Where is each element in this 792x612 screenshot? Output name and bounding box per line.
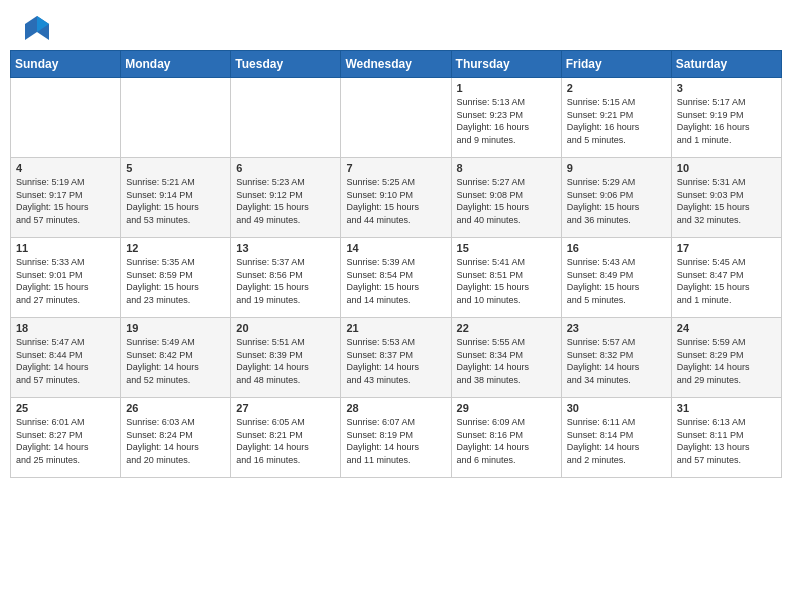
day-number: 20: [236, 322, 335, 334]
day-number: 1: [457, 82, 556, 94]
calendar-cell: [341, 78, 451, 158]
calendar-cell: 10Sunrise: 5:31 AM Sunset: 9:03 PM Dayli…: [671, 158, 781, 238]
weekday-header-wednesday: Wednesday: [341, 51, 451, 78]
day-number: 21: [346, 322, 445, 334]
day-info: Sunrise: 5:15 AM Sunset: 9:21 PM Dayligh…: [567, 96, 666, 146]
calendar-cell: 16Sunrise: 5:43 AM Sunset: 8:49 PM Dayli…: [561, 238, 671, 318]
calendar-cell: 4Sunrise: 5:19 AM Sunset: 9:17 PM Daylig…: [11, 158, 121, 238]
weekday-header-row: SundayMondayTuesdayWednesdayThursdayFrid…: [11, 51, 782, 78]
calendar-cell: 13Sunrise: 5:37 AM Sunset: 8:56 PM Dayli…: [231, 238, 341, 318]
day-info: Sunrise: 6:03 AM Sunset: 8:24 PM Dayligh…: [126, 416, 225, 466]
calendar-cell: 14Sunrise: 5:39 AM Sunset: 8:54 PM Dayli…: [341, 238, 451, 318]
day-number: 6: [236, 162, 335, 174]
weekday-header-thursday: Thursday: [451, 51, 561, 78]
day-number: 7: [346, 162, 445, 174]
day-number: 8: [457, 162, 556, 174]
calendar-cell: 6Sunrise: 5:23 AM Sunset: 9:12 PM Daylig…: [231, 158, 341, 238]
day-info: Sunrise: 5:35 AM Sunset: 8:59 PM Dayligh…: [126, 256, 225, 306]
calendar-cell: 9Sunrise: 5:29 AM Sunset: 9:06 PM Daylig…: [561, 158, 671, 238]
day-number: 4: [16, 162, 115, 174]
calendar-cell: [121, 78, 231, 158]
day-info: Sunrise: 5:23 AM Sunset: 9:12 PM Dayligh…: [236, 176, 335, 226]
calendar-cell: 12Sunrise: 5:35 AM Sunset: 8:59 PM Dayli…: [121, 238, 231, 318]
day-info: Sunrise: 5:57 AM Sunset: 8:32 PM Dayligh…: [567, 336, 666, 386]
calendar-cell: [11, 78, 121, 158]
day-info: Sunrise: 6:05 AM Sunset: 8:21 PM Dayligh…: [236, 416, 335, 466]
calendar-table: SundayMondayTuesdayWednesdayThursdayFrid…: [10, 50, 782, 478]
day-number: 9: [567, 162, 666, 174]
calendar-cell: 23Sunrise: 5:57 AM Sunset: 8:32 PM Dayli…: [561, 318, 671, 398]
calendar-cell: 17Sunrise: 5:45 AM Sunset: 8:47 PM Dayli…: [671, 238, 781, 318]
day-info: Sunrise: 5:47 AM Sunset: 8:44 PM Dayligh…: [16, 336, 115, 386]
day-info: Sunrise: 5:41 AM Sunset: 8:51 PM Dayligh…: [457, 256, 556, 306]
calendar-cell: 1Sunrise: 5:13 AM Sunset: 9:23 PM Daylig…: [451, 78, 561, 158]
calendar-week-row: 1Sunrise: 5:13 AM Sunset: 9:23 PM Daylig…: [11, 78, 782, 158]
day-info: Sunrise: 5:31 AM Sunset: 9:03 PM Dayligh…: [677, 176, 776, 226]
weekday-header-saturday: Saturday: [671, 51, 781, 78]
day-info: Sunrise: 5:43 AM Sunset: 8:49 PM Dayligh…: [567, 256, 666, 306]
weekday-header-monday: Monday: [121, 51, 231, 78]
day-number: 15: [457, 242, 556, 254]
calendar-week-row: 18Sunrise: 5:47 AM Sunset: 8:44 PM Dayli…: [11, 318, 782, 398]
calendar-cell: 15Sunrise: 5:41 AM Sunset: 8:51 PM Dayli…: [451, 238, 561, 318]
day-info: Sunrise: 6:13 AM Sunset: 8:11 PM Dayligh…: [677, 416, 776, 466]
day-number: 12: [126, 242, 225, 254]
day-info: Sunrise: 5:17 AM Sunset: 9:19 PM Dayligh…: [677, 96, 776, 146]
calendar-week-row: 4Sunrise: 5:19 AM Sunset: 9:17 PM Daylig…: [11, 158, 782, 238]
day-number: 5: [126, 162, 225, 174]
day-number: 14: [346, 242, 445, 254]
day-number: 13: [236, 242, 335, 254]
day-info: Sunrise: 5:53 AM Sunset: 8:37 PM Dayligh…: [346, 336, 445, 386]
calendar-cell: 24Sunrise: 5:59 AM Sunset: 8:29 PM Dayli…: [671, 318, 781, 398]
calendar-cell: 22Sunrise: 5:55 AM Sunset: 8:34 PM Dayli…: [451, 318, 561, 398]
calendar-cell: 19Sunrise: 5:49 AM Sunset: 8:42 PM Dayli…: [121, 318, 231, 398]
day-info: Sunrise: 5:37 AM Sunset: 8:56 PM Dayligh…: [236, 256, 335, 306]
logo: [18, 14, 51, 42]
day-info: Sunrise: 6:07 AM Sunset: 8:19 PM Dayligh…: [346, 416, 445, 466]
day-number: 17: [677, 242, 776, 254]
day-info: Sunrise: 5:59 AM Sunset: 8:29 PM Dayligh…: [677, 336, 776, 386]
calendar-cell: 5Sunrise: 5:21 AM Sunset: 9:14 PM Daylig…: [121, 158, 231, 238]
day-info: Sunrise: 5:49 AM Sunset: 8:42 PM Dayligh…: [126, 336, 225, 386]
calendar-cell: 2Sunrise: 5:15 AM Sunset: 9:21 PM Daylig…: [561, 78, 671, 158]
day-info: Sunrise: 5:13 AM Sunset: 9:23 PM Dayligh…: [457, 96, 556, 146]
logo-icon: [23, 14, 51, 42]
day-info: Sunrise: 5:33 AM Sunset: 9:01 PM Dayligh…: [16, 256, 115, 306]
calendar-cell: 11Sunrise: 5:33 AM Sunset: 9:01 PM Dayli…: [11, 238, 121, 318]
day-info: Sunrise: 5:39 AM Sunset: 8:54 PM Dayligh…: [346, 256, 445, 306]
calendar-cell: 30Sunrise: 6:11 AM Sunset: 8:14 PM Dayli…: [561, 398, 671, 478]
day-number: 11: [16, 242, 115, 254]
day-info: Sunrise: 5:55 AM Sunset: 8:34 PM Dayligh…: [457, 336, 556, 386]
day-number: 24: [677, 322, 776, 334]
day-number: 2: [567, 82, 666, 94]
day-number: 18: [16, 322, 115, 334]
day-number: 29: [457, 402, 556, 414]
calendar-cell: 25Sunrise: 6:01 AM Sunset: 8:27 PM Dayli…: [11, 398, 121, 478]
day-info: Sunrise: 5:27 AM Sunset: 9:08 PM Dayligh…: [457, 176, 556, 226]
calendar-cell: 21Sunrise: 5:53 AM Sunset: 8:37 PM Dayli…: [341, 318, 451, 398]
day-info: Sunrise: 5:51 AM Sunset: 8:39 PM Dayligh…: [236, 336, 335, 386]
calendar-cell: 26Sunrise: 6:03 AM Sunset: 8:24 PM Dayli…: [121, 398, 231, 478]
calendar-cell: 29Sunrise: 6:09 AM Sunset: 8:16 PM Dayli…: [451, 398, 561, 478]
weekday-header-friday: Friday: [561, 51, 671, 78]
day-info: Sunrise: 6:09 AM Sunset: 8:16 PM Dayligh…: [457, 416, 556, 466]
calendar-cell: 3Sunrise: 5:17 AM Sunset: 9:19 PM Daylig…: [671, 78, 781, 158]
calendar-cell: 20Sunrise: 5:51 AM Sunset: 8:39 PM Dayli…: [231, 318, 341, 398]
page-header: [0, 0, 792, 50]
day-number: 16: [567, 242, 666, 254]
weekday-header-sunday: Sunday: [11, 51, 121, 78]
calendar-cell: 27Sunrise: 6:05 AM Sunset: 8:21 PM Dayli…: [231, 398, 341, 478]
day-number: 25: [16, 402, 115, 414]
day-number: 23: [567, 322, 666, 334]
calendar-cell: 31Sunrise: 6:13 AM Sunset: 8:11 PM Dayli…: [671, 398, 781, 478]
day-info: Sunrise: 6:01 AM Sunset: 8:27 PM Dayligh…: [16, 416, 115, 466]
day-info: Sunrise: 5:29 AM Sunset: 9:06 PM Dayligh…: [567, 176, 666, 226]
day-number: 19: [126, 322, 225, 334]
day-info: Sunrise: 5:25 AM Sunset: 9:10 PM Dayligh…: [346, 176, 445, 226]
weekday-header-tuesday: Tuesday: [231, 51, 341, 78]
day-info: Sunrise: 6:11 AM Sunset: 8:14 PM Dayligh…: [567, 416, 666, 466]
calendar-cell: 8Sunrise: 5:27 AM Sunset: 9:08 PM Daylig…: [451, 158, 561, 238]
day-number: 10: [677, 162, 776, 174]
day-number: 28: [346, 402, 445, 414]
calendar-week-row: 11Sunrise: 5:33 AM Sunset: 9:01 PM Dayli…: [11, 238, 782, 318]
